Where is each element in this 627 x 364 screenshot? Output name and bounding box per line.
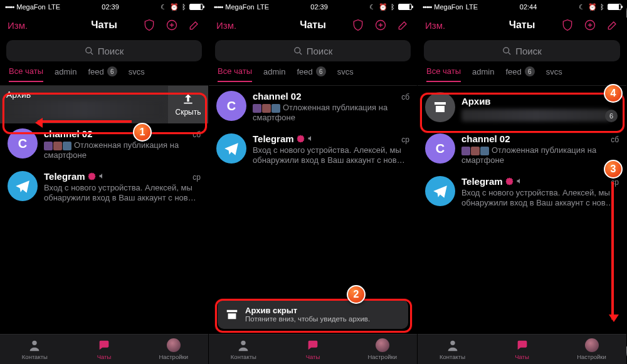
chat-preview: Вход с нового устройства. Алексей, мы об… — [44, 183, 201, 204]
folder-tabs: Все чаты admin feed6 svcs — [0, 66, 208, 86]
telegram-icon — [14, 178, 31, 194]
svg-point-7 — [503, 47, 509, 53]
toast-title: Архив скрыт — [245, 306, 370, 315]
tab-feed[interactable]: feed6 — [88, 66, 117, 81]
phone-screen-1: ••••• MegaFon LTE 02:39 ☾ ⏰ ᛒ Изм. Чаты — [0, 0, 209, 364]
dnd-icon: ☾ — [161, 3, 167, 11]
chats-icon — [97, 338, 111, 352]
bottom-tab-bar: Контакты Чаты Настройки — [418, 334, 626, 364]
step-badge-2: 2 — [347, 285, 366, 304]
chat-item-channel[interactable]: C channel 02 сб Отложенная публикация на… — [0, 123, 208, 166]
svg-point-5 — [241, 341, 246, 345]
mute-icon — [98, 172, 106, 180]
hide-archive-button[interactable]: Скрыть — [168, 86, 208, 123]
tab-contacts[interactable]: Контакты — [209, 335, 278, 364]
archive-icon — [225, 308, 239, 321]
edit-button[interactable]: Изм. — [425, 20, 445, 31]
signal-icon: ••••• — [5, 3, 14, 11]
avatar — [216, 133, 246, 164]
tab-settings[interactable]: Настройки — [347, 335, 417, 364]
mute-icon — [307, 135, 315, 142]
tab-feed[interactable]: feed6 — [297, 66, 325, 81]
search-input[interactable]: Поиск — [424, 40, 620, 61]
tab-admin[interactable]: admin — [263, 67, 285, 81]
compose-icon[interactable] — [188, 19, 201, 31]
search-icon — [85, 46, 94, 56]
network-label: LTE — [48, 3, 60, 11]
chat-preview: Отложенная публикация на смартфоне — [44, 140, 201, 161]
chat-item-telegram[interactable]: Telegram ср Вход с нового устройства. Ал… — [0, 166, 208, 209]
shield-icon[interactable] — [352, 19, 364, 31]
unread-badge: 6 — [605, 110, 618, 122]
signal-icon: ••••• — [214, 3, 223, 11]
chat-item-telegram[interactable]: Telegram ср Вход с нового устройства. Ал… — [418, 171, 626, 214]
shield-icon[interactable] — [143, 19, 155, 31]
clock: 02:39 — [310, 3, 328, 11]
search-input[interactable]: Поиск — [215, 40, 411, 61]
new-channel-icon[interactable] — [374, 19, 387, 31]
search-input[interactable]: Поиск — [6, 40, 202, 61]
archive-row[interactable]: Архив 6 — [418, 86, 626, 128]
swipe-arrow — [38, 120, 132, 123]
verified-icon — [505, 177, 514, 185]
status-bar: ••••• MegaFon LTE 02:39 ☾⏰ᛒ — [209, 0, 417, 13]
new-channel-icon[interactable] — [166, 19, 178, 31]
edit-button[interactable]: Изм. — [8, 20, 28, 31]
tab-settings[interactable]: Настройки — [139, 335, 208, 364]
archive-label: Архив — [461, 96, 619, 107]
avatar — [425, 176, 455, 206]
signal-icon: ••••• — [423, 3, 431, 11]
avatar: C — [216, 91, 246, 121]
nav-bar: Изм. Чаты — [209, 13, 417, 38]
telegram-icon — [432, 183, 448, 199]
contacts-icon — [446, 338, 460, 352]
tutorial-canvas: ••••• MegaFon LTE 02:39 ☾ ⏰ ᛒ Изм. Чаты — [0, 0, 627, 364]
compose-icon[interactable] — [606, 19, 619, 31]
battery-icon — [189, 4, 203, 10]
alarm-icon: ⏰ — [170, 3, 179, 11]
hide-icon — [182, 93, 194, 105]
archive-hidden-toast[interactable]: Архив скрыт Потяните вниз, чтобы увидеть… — [218, 299, 408, 329]
tab-svcs[interactable]: svcs — [337, 67, 354, 81]
new-channel-icon[interactable] — [584, 19, 596, 31]
bluetooth-icon: ᛒ — [182, 3, 186, 11]
tab-admin[interactable]: admin — [55, 67, 76, 81]
compose-icon[interactable] — [397, 19, 409, 31]
mute-icon — [516, 177, 524, 185]
tab-settings[interactable]: Настройки — [557, 335, 626, 364]
phone-screen-2: ••••• MegaFon LTE 02:39 ☾⏰ᛒ Изм. Чаты По… — [209, 0, 418, 364]
chat-list: C channel 02 сб Отложенная публикация на… — [209, 86, 417, 170]
blurred-preview — [461, 109, 611, 122]
chat-item-channel[interactable]: C channel 02 сб Отложенная публикация на… — [209, 86, 417, 128]
tab-all-chats[interactable]: Все чаты — [426, 66, 461, 82]
folder-tabs: Все чаты admin feed6 svcs — [418, 66, 626, 86]
tab-feed[interactable]: feed6 — [505, 66, 534, 81]
chat-item-telegram[interactable]: Telegram ср Вход с нового устройства. Ал… — [209, 128, 417, 171]
bottom-tab-bar: Контакты Чаты Настройки — [209, 334, 417, 364]
tab-chats[interactable]: Чаты — [487, 335, 557, 364]
avatar — [8, 171, 38, 201]
tab-contacts[interactable]: Контакты — [0, 335, 70, 364]
nav-bar: Изм. Чаты — [0, 13, 208, 38]
search-icon — [293, 46, 303, 56]
page-title: Чаты — [91, 19, 117, 31]
tab-all-chats[interactable]: Все чаты — [9, 66, 43, 82]
svg-point-4 — [295, 47, 300, 53]
shield-icon[interactable] — [561, 19, 574, 31]
tab-all-chats[interactable]: Все чаты — [218, 66, 252, 82]
tab-chats[interactable]: Чаты — [278, 335, 348, 364]
chat-name: Telegram — [44, 171, 106, 182]
tab-admin[interactable]: admin — [472, 67, 494, 81]
archive-label: Архив — [6, 90, 31, 100]
blurred-preview — [4, 101, 164, 118]
chat-item-channel[interactable]: C channel 02 сб Отложенная публикация на… — [418, 128, 626, 171]
tab-chats[interactable]: Чаты — [70, 335, 139, 364]
search-placeholder: Поиск — [98, 46, 124, 56]
tab-svcs[interactable]: svcs — [546, 67, 562, 81]
clock: 02:44 — [520, 3, 537, 11]
tab-svcs[interactable]: svcs — [129, 67, 145, 81]
battery-icon — [608, 4, 621, 10]
tab-contacts[interactable]: Контакты — [418, 335, 487, 364]
edit-button[interactable]: Изм. — [216, 20, 236, 31]
battery-icon — [398, 4, 412, 10]
